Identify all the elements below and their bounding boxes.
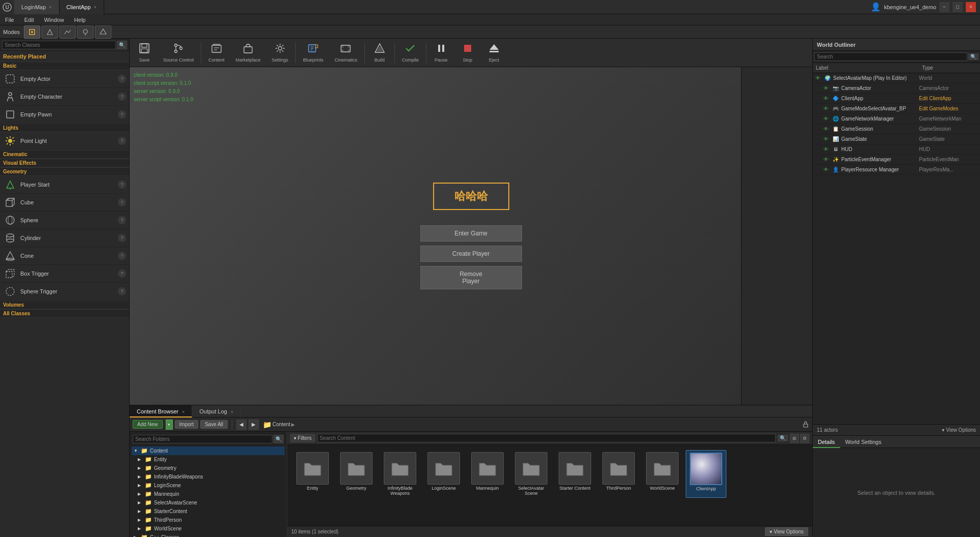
- eye-icon-4[interactable]: 👁: [821, 114, 831, 124]
- outliner-item-hud[interactable]: 👁 🖥 HUD HUD: [813, 144, 980, 155]
- lock-button[interactable]: [802, 421, 809, 429]
- add-new-button[interactable]: Add New: [133, 420, 163, 429]
- eye-icon-6[interactable]: 👁: [821, 134, 831, 144]
- blueprints-button[interactable]: Blueprints: [298, 41, 328, 65]
- outliner-search-input[interactable]: [814, 52, 967, 61]
- actor-cone[interactable]: Cone ?: [0, 247, 129, 265]
- outliner-item-gamenetwork[interactable]: 👁 🌐 GameNetworkManager GameNetworkMan: [813, 114, 980, 124]
- folder-entity[interactable]: ▶ 📁 Entity: [132, 455, 285, 464]
- create-player-button[interactable]: Create Player: [420, 246, 522, 262]
- outliner-item-clientapp[interactable]: 👁 🔷 ClientApp Edit ClientApp: [813, 94, 980, 104]
- asset-selectavatarscene[interactable]: SelectAvatar Scene: [511, 450, 552, 498]
- cinematics-button[interactable]: Cinematics: [329, 41, 362, 65]
- outliner-item-gamesession[interactable]: 👁 📋 GameSession GameSession: [813, 124, 980, 134]
- cylinder-info-btn[interactable]: ?: [118, 234, 126, 242]
- asset-loginscene[interactable]: LoginScene: [423, 450, 464, 498]
- folder-mannequin[interactable]: ▶ 📁 Mannequin: [132, 490, 285, 498]
- actor-empty-actor[interactable]: Empty Actor ?: [0, 70, 129, 88]
- sphere-trigger-info-btn[interactable]: ?: [118, 287, 126, 295]
- actor-cube[interactable]: Cube ?: [0, 194, 129, 212]
- folder-worldscene[interactable]: ▶ 📁 WorldScene: [132, 524, 285, 533]
- actor-sphere[interactable]: Sphere ?: [0, 212, 129, 229]
- content-button[interactable]: Content: [203, 41, 230, 65]
- geometry-mode-btn[interactable]: [95, 25, 111, 39]
- maximize-button[interactable]: □: [953, 2, 963, 12]
- minimize-button[interactable]: −: [939, 2, 950, 12]
- folder-loginscene[interactable]: ▶ 📁 LoginScene: [132, 481, 285, 490]
- view-options-outliner[interactable]: ▾ View Options: [942, 427, 976, 433]
- category-cinematic[interactable]: Cinematic: [0, 150, 129, 159]
- folder-geometry[interactable]: ▶ 📁 Geometry: [132, 464, 285, 472]
- stop-button[interactable]: Stop: [455, 41, 480, 65]
- asset-clientapp[interactable]: ClientApp: [686, 450, 726, 498]
- category-basic[interactable]: Basic: [0, 62, 129, 70]
- eject-button[interactable]: Eject: [481, 41, 507, 65]
- menu-edit[interactable]: Edit: [19, 14, 39, 25]
- tab-loginmap[interactable]: LoginMap ×: [14, 0, 59, 14]
- assets-search-button[interactable]: 🔍: [778, 435, 788, 441]
- folder-cpp-classes[interactable]: ▶ 📁 C++ Classes: [132, 533, 285, 537]
- compile-button[interactable]: Compile: [397, 41, 424, 65]
- eye-icon-2[interactable]: 👁: [821, 94, 831, 104]
- menu-help[interactable]: Help: [69, 14, 91, 25]
- add-new-dropdown[interactable]: ▾: [166, 420, 173, 430]
- outliner-item-cameraactor[interactable]: 👁 📷 CameraActor CameraActor: [813, 83, 980, 94]
- eye-icon-5[interactable]: 👁: [821, 124, 831, 134]
- enter-game-button[interactable]: Enter Game: [420, 225, 522, 242]
- eye-icon-3[interactable]: 👁: [821, 104, 831, 114]
- cube-info-btn[interactable]: ?: [118, 198, 126, 206]
- remove-player-button[interactable]: Remove Player: [420, 266, 522, 289]
- outliner-item-particle[interactable]: 👁 ✨ ParticleEventManager ParticleEventMa…: [813, 155, 980, 165]
- content-browser-close[interactable]: ×: [182, 409, 185, 414]
- tab-content-browser[interactable]: Content Browser ×: [130, 405, 192, 417]
- cone-info-btn[interactable]: ?: [118, 252, 126, 260]
- empty-pawn-info-btn[interactable]: ?: [118, 110, 126, 118]
- asset-startercontent[interactable]: Starter Content: [555, 450, 595, 498]
- close-button[interactable]: ×: [966, 2, 976, 12]
- outliner-item-playerresource[interactable]: 👁 👤 PlayerResource Manager PlayerResMa..…: [813, 165, 980, 175]
- settings-button[interactable]: Settings: [267, 41, 294, 65]
- outliner-item-selectavatarmap[interactable]: 👁 🌍 SelectAvatarMap (Play In Editor) Wor…: [813, 73, 980, 83]
- marketplace-button[interactable]: Marketplace: [231, 41, 266, 65]
- build-button[interactable]: Build: [367, 41, 392, 65]
- folder-search-input[interactable]: [133, 435, 272, 443]
- empty-actor-info-btn[interactable]: ?: [118, 75, 126, 83]
- nav-back-button[interactable]: ◀: [236, 420, 247, 430]
- category-geometry[interactable]: Geometry: [0, 167, 129, 176]
- folder-infinityblade[interactable]: ▶ 📁 InfinityBladeWeapons: [132, 472, 285, 481]
- save-button[interactable]: Save: [132, 41, 157, 65]
- foliage-mode-btn[interactable]: [77, 25, 94, 39]
- filters-button[interactable]: ▾ Filters: [290, 434, 315, 442]
- search-classes-button[interactable]: 🔍: [117, 41, 127, 49]
- folder-content[interactable]: ▼ 📁 Content: [132, 446, 285, 455]
- eye-icon-0[interactable]: 👁: [813, 73, 823, 83]
- paint-mode-btn[interactable]: [42, 25, 58, 39]
- actor-point-light[interactable]: Point Light ?: [0, 132, 129, 150]
- category-lights[interactable]: Lights: [0, 124, 129, 132]
- landscape-mode-btn[interactable]: [59, 25, 76, 39]
- search-classes-input[interactable]: [2, 41, 116, 49]
- actor-sphere-trigger[interactable]: Sphere Trigger ?: [0, 283, 129, 301]
- category-all-classes[interactable]: All Classes: [0, 309, 129, 318]
- menu-file[interactable]: File: [0, 14, 19, 25]
- empty-character-info-btn[interactable]: ?: [118, 93, 126, 101]
- asset-mannequin[interactable]: Mannequin: [467, 450, 508, 498]
- actor-box-trigger[interactable]: Box Trigger ?: [0, 265, 129, 283]
- import-button[interactable]: Import: [175, 420, 198, 429]
- assets-search-input[interactable]: [317, 434, 776, 442]
- folder-startercontent[interactable]: ▶ 📁 StarterContent: [132, 507, 285, 516]
- category-volumes[interactable]: Volumes: [0, 301, 129, 309]
- category-visual-effects[interactable]: Visual Effects: [0, 159, 129, 167]
- asset-entity[interactable]: Entity: [292, 450, 333, 498]
- outliner-item-gamemode[interactable]: 👁 🎮 GameModeSelectAvatar_BP Edit GameMod…: [813, 104, 980, 114]
- tab-details[interactable]: Details: [813, 436, 840, 448]
- menu-window[interactable]: Window: [39, 14, 69, 25]
- folder-search-button[interactable]: 🔍: [273, 435, 284, 443]
- outliner-item-gamestate[interactable]: 👁 📊 GameState GameState: [813, 134, 980, 144]
- asset-infinityblade[interactable]: InfinityBlade Weapons: [380, 450, 420, 498]
- folder-thirdperson[interactable]: ▶ 📁 ThirdPerson: [132, 516, 285, 524]
- output-log-close[interactable]: ×: [231, 409, 233, 414]
- asset-geometry[interactable]: Geometry: [336, 450, 377, 498]
- eye-icon-9[interactable]: 👁: [821, 165, 831, 175]
- player-start-info-btn[interactable]: ?: [118, 181, 126, 189]
